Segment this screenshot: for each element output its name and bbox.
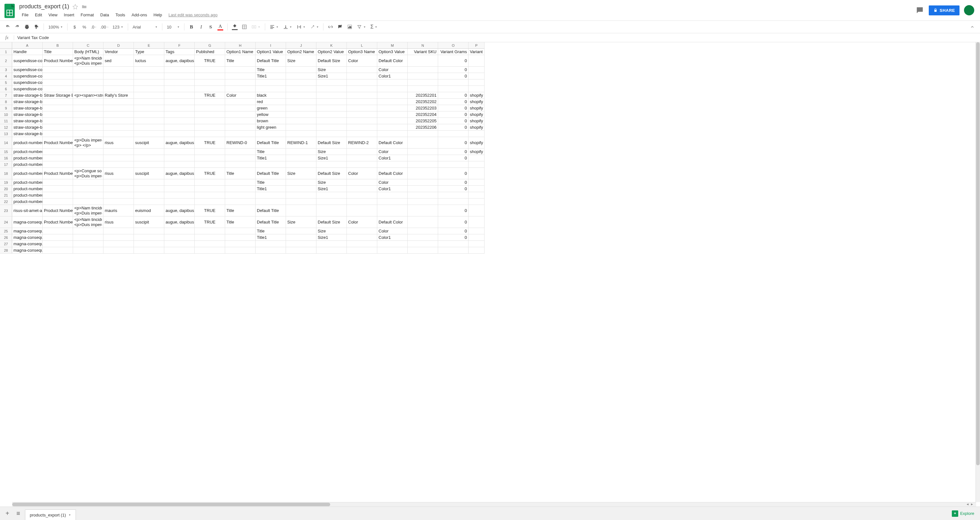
cell[interactable]: Default Title <box>256 205 286 216</box>
menu-format[interactable]: Format <box>78 11 96 19</box>
menu-data[interactable]: Data <box>98 11 111 19</box>
text-wrap-button[interactable]: ▼ <box>294 22 307 31</box>
cell[interactable] <box>377 199 408 205</box>
cell[interactable]: product-number-nine <box>12 155 43 161</box>
cell[interactable]: 0 <box>438 105 469 111</box>
cell[interactable] <box>225 118 256 124</box>
cell[interactable] <box>256 161 286 168</box>
cell[interactable] <box>103 192 134 199</box>
cell[interactable]: suscipit <box>134 216 164 228</box>
cell[interactable] <box>164 149 195 155</box>
cell[interactable] <box>408 80 438 86</box>
row-header[interactable]: 12 <box>0 124 12 130</box>
cell[interactable] <box>134 228 164 234</box>
cell[interactable]: Variant SKU <box>408 49 438 55</box>
cell[interactable] <box>195 73 225 80</box>
cell[interactable] <box>438 192 469 199</box>
cell[interactable] <box>43 67 73 73</box>
cell[interactable] <box>286 155 317 161</box>
cell[interactable]: product-number-ten <box>12 192 43 199</box>
cell[interactable] <box>286 149 317 155</box>
cell[interactable] <box>103 124 134 130</box>
cell[interactable]: Color <box>377 149 408 155</box>
cell[interactable] <box>43 199 73 205</box>
cell[interactable]: Size1 <box>317 155 347 161</box>
cell[interactable] <box>195 118 225 124</box>
sheet-tab-menu-icon[interactable]: ▼ <box>68 514 71 517</box>
cell[interactable]: Size <box>286 216 317 228</box>
cell[interactable]: Color1 <box>377 155 408 161</box>
cell[interactable]: Color <box>347 55 377 67</box>
cell[interactable]: shopify <box>469 92 485 99</box>
cell[interactable] <box>347 67 377 73</box>
cell[interactable]: Size <box>317 179 347 186</box>
row-header[interactable]: 17 <box>0 161 12 168</box>
cell[interactable] <box>286 228 317 234</box>
cell[interactable] <box>73 124 103 130</box>
cell[interactable] <box>317 118 347 124</box>
folder-icon[interactable] <box>81 4 87 10</box>
cell[interactable]: Default Title <box>256 137 286 149</box>
cell[interactable] <box>408 73 438 80</box>
cell[interactable]: Default Size <box>317 168 347 179</box>
cell[interactable] <box>286 73 317 80</box>
cell[interactable] <box>286 105 317 111</box>
cell[interactable]: magna-consequat-nec-dictum-luctus <box>12 228 43 234</box>
cell[interactable] <box>195 80 225 86</box>
cell[interactable]: REWIND-2 <box>347 137 377 149</box>
increase-decimal-button[interactable]: .00→ <box>99 22 110 31</box>
sheet-tab[interactable]: products_export (1) ▼ <box>25 509 76 520</box>
cell[interactable] <box>164 155 195 161</box>
cell[interactable] <box>469 80 485 86</box>
cell[interactable]: Color <box>377 67 408 73</box>
cell[interactable] <box>225 67 256 73</box>
row-header[interactable]: 11 <box>0 118 12 124</box>
cell[interactable] <box>73 228 103 234</box>
cell[interactable]: Title <box>225 168 256 179</box>
cell[interactable] <box>195 67 225 73</box>
row-header[interactable]: 21 <box>0 192 12 199</box>
cell[interactable]: 0 <box>438 234 469 241</box>
cell[interactable] <box>73 99 103 105</box>
cell[interactable]: Default Size <box>317 137 347 149</box>
last-edit-text[interactable]: Last edit was seconds ago <box>166 11 220 19</box>
cell[interactable] <box>225 130 256 137</box>
cell[interactable] <box>317 86 347 92</box>
cell[interactable]: Size1 <box>317 73 347 80</box>
cell[interactable] <box>134 130 164 137</box>
cell[interactable] <box>347 105 377 111</box>
cell[interactable] <box>256 192 286 199</box>
cell[interactable]: Default Size <box>317 55 347 67</box>
cell[interactable] <box>347 118 377 124</box>
cell[interactable] <box>103 186 134 192</box>
cell[interactable] <box>317 205 347 216</box>
column-header[interactable]: K <box>317 42 347 49</box>
cell[interactable]: 202352203 <box>408 105 438 111</box>
cell[interactable] <box>43 118 73 124</box>
cell[interactable] <box>195 86 225 92</box>
cell[interactable]: Option2 Value <box>317 49 347 55</box>
merge-cells-button[interactable]: ▼ <box>250 22 262 31</box>
cell[interactable] <box>347 73 377 80</box>
cell[interactable] <box>134 179 164 186</box>
cell[interactable]: 0 <box>438 179 469 186</box>
cell[interactable]: Color1 <box>377 186 408 192</box>
cell[interactable]: Title <box>225 55 256 67</box>
cell[interactable]: Variant Grams <box>438 49 469 55</box>
cell[interactable] <box>377 118 408 124</box>
cell[interactable] <box>43 130 73 137</box>
menu-view[interactable]: View <box>46 11 60 19</box>
cell[interactable] <box>43 234 73 241</box>
cell[interactable] <box>286 124 317 130</box>
cell[interactable]: 0 <box>438 155 469 161</box>
cell[interactable]: magna-consequat-nec-dictum-luctus <box>12 234 43 241</box>
cell[interactable]: <p>Nam tincidun<p>Duis imperdi <box>73 216 103 228</box>
cell[interactable]: 0 <box>438 216 469 228</box>
cell[interactable] <box>317 99 347 105</box>
cell[interactable]: risus <box>103 168 134 179</box>
cell[interactable] <box>438 86 469 92</box>
cell[interactable] <box>134 234 164 241</box>
cell[interactable] <box>103 247 134 254</box>
cell[interactable] <box>286 161 317 168</box>
account-avatar[interactable] <box>964 5 974 15</box>
